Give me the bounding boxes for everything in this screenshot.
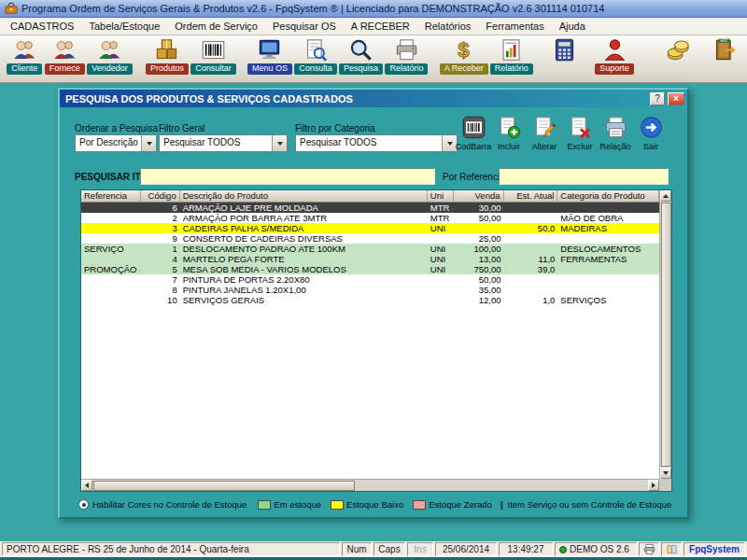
printer-icon (394, 37, 419, 63)
status-help[interactable] (661, 542, 682, 556)
cell-uni: MTR (428, 213, 454, 223)
status-printer[interactable] (639, 542, 659, 556)
toolbar-button-relatorio-os[interactable]: Relatório (384, 37, 429, 75)
chevron-down-icon[interactable] (442, 135, 457, 151)
cell-codigo: 5 (141, 264, 180, 274)
report-icon (499, 37, 524, 63)
cell-referencia: PROMOÇÃO (81, 264, 141, 274)
cell-est_atual (504, 203, 558, 213)
category-filter-select[interactable]: Pesquisar TODOS (295, 134, 458, 152)
scroll-down-button[interactable] (660, 468, 671, 479)
column-header-categoria-do-produto[interactable]: Categoria do Produto (557, 190, 659, 202)
menu-item-tabela-estoque[interactable]: Tabela/Estoque (81, 19, 167, 34)
table-row[interactable]: 6ARMAÇÃO LAJE PRE MOLDADAMTR30,00 (81, 203, 659, 213)
column-header-est-atual[interactable]: Est. Atual (504, 190, 558, 202)
table-row[interactable]: 3CADEIRAS PALHA S/MEDIDAUNI50,0MADEIRAS (81, 223, 659, 233)
cell-venda (454, 223, 504, 233)
products-search-dialog: PESQUISA DOS PRODUTOS & SERVIÇOS CADASTR… (58, 88, 689, 519)
menu-item-cadastros[interactable]: CADASTROS (3, 19, 81, 34)
cell-est_atual: 11,0 (504, 254, 558, 264)
table-row[interactable]: PROMOÇÃO5MESA SOB MEDIA - VARIOS MODELOS… (81, 264, 659, 274)
coins-icon (666, 37, 691, 63)
toolbar-button-vendedor[interactable]: Vendedor (86, 37, 134, 75)
dialog-close-button[interactable]: × (668, 92, 684, 105)
toolbar-button-consultar[interactable]: Consultar (190, 37, 237, 75)
cell-est_atual (504, 213, 558, 223)
cell-venda: 30,00 (454, 203, 504, 213)
menu-item-a-receber[interactable]: A RECEBER (344, 19, 417, 34)
toolbar-button-produtos[interactable]: Produtos (145, 37, 190, 75)
action-button-sair[interactable]: Sair (633, 115, 669, 151)
scroll-up-button[interactable] (660, 190, 671, 202)
table-row[interactable]: SERVIÇO1DESLOCAMENTO PADRAO ATE 100KMUNI… (81, 244, 659, 254)
arrow-down-icon (663, 471, 669, 475)
cell-referencia (81, 203, 141, 213)
arrow-up-icon (663, 194, 669, 198)
cell-uni: UNI (428, 244, 454, 254)
action-button-incluir[interactable]: Incluir (491, 115, 527, 151)
action-button-codbarra[interactable]: CodBarra (456, 115, 491, 151)
search-reference-input[interactable] (499, 168, 669, 185)
toolbar-button-consulta[interactable]: Consulta (293, 37, 338, 75)
status-brand: FpqSystem (684, 542, 745, 556)
toolbar-button-label: Consultar (190, 63, 236, 75)
menu-item-ordem-de-servico[interactable]: Ordem de Serviço (167, 19, 265, 34)
cell-categoria: MADEIRAS (557, 223, 659, 233)
toolbar-button-cliente[interactable]: Cliente (6, 37, 44, 75)
menu-item-relatorios[interactable]: Relatórios (417, 19, 479, 34)
chevron-down-icon[interactable] (272, 135, 287, 151)
toolbar-button-relatorio-fin[interactable]: Relatório (489, 37, 534, 75)
toolbar-button-label: Consulta (294, 63, 337, 75)
dialog-help-button[interactable]: ? (650, 92, 665, 105)
column-header-uni[interactable]: Uni (428, 190, 454, 202)
scroll-left-button[interactable] (81, 480, 92, 491)
column-header-referencia[interactable]: Referencia (81, 190, 141, 202)
toolbar-button-fornece[interactable]: Fornece (44, 37, 86, 75)
toolbar-button-label: Pesquisa (339, 63, 383, 75)
toolbar-button-a-receber[interactable]: $A Receber (439, 37, 489, 75)
table-row[interactable]: 2ARMAÇÃO POR BARRA ATE 3MTRMTR50,00MÃO D… (81, 213, 659, 223)
table-row[interactable]: 9CONSERTO DE CADEIRAS DIVERSAS25,00 (81, 233, 659, 244)
cell-descricao: CONSERTO DE CADEIRAS DIVERSAS (180, 233, 428, 244)
toolbar-button-suporte[interactable]: Suporte (594, 37, 635, 75)
column-header-descricao-do-produto[interactable]: Descrição do Produto (180, 190, 428, 202)
table-row[interactable]: 4MARTELO PEGA FORTEUNI13,0011,0FERRAMENT… (81, 254, 659, 264)
search-item-input[interactable] (140, 168, 435, 185)
menu-item-pesquisar-os[interactable]: Pesquisar OS (265, 19, 344, 34)
action-button-relacao[interactable]: Relação (598, 115, 633, 151)
toolbar-button-menu-os[interactable]: Menu OS (247, 37, 293, 75)
legend-separator: | (500, 499, 503, 510)
scroll-right-button[interactable] (648, 480, 659, 491)
app-client-area: PESQUISA DOS PRODUTOS & SERVIÇOS CADASTR… (0, 85, 747, 541)
menu-item-ajuda[interactable]: Ajuda (552, 19, 593, 34)
action-button-excluir[interactable]: Excluir (562, 115, 598, 151)
cell-categoria (557, 233, 659, 244)
print-list-icon (603, 115, 628, 140)
table-row[interactable]: 8PINTURA JANELAS 1.20X1,0035,00 (81, 285, 659, 295)
horizontal-scroll-thumb[interactable] (93, 481, 355, 491)
table-horizontal-scrollbar[interactable] (81, 479, 659, 491)
enable-colors-radio[interactable] (78, 499, 89, 510)
cell-categoria (557, 285, 659, 295)
menu-item-ferramentas[interactable]: Ferramentas (478, 19, 551, 34)
table-row[interactable]: 10SERVIÇOS GERAIS12,001,0SERVIÇOS (81, 295, 659, 305)
toolbar-button-pesquisa[interactable]: Pesquisa (338, 37, 384, 75)
table-row[interactable]: 7PINTURA DE PORTAS 2.20X8050,00 (81, 274, 659, 285)
toolbar-button-moedas[interactable] (659, 37, 697, 63)
action-button-alterar[interactable]: Alterar (527, 115, 562, 151)
general-filter-select[interactable]: Pesquisar TODOS (159, 134, 288, 152)
cell-categoria: MÃO DE OBRA (557, 213, 659, 223)
vertical-scroll-thumb[interactable] (661, 203, 671, 467)
column-header-codigo[interactable]: Código (141, 190, 180, 202)
chevron-down-icon[interactable] (141, 135, 156, 151)
column-header-venda[interactable]: Venda (454, 190, 504, 202)
toolbar-button-sair-app[interactable]: EXIT (706, 37, 743, 63)
action-button-label: Excluir (567, 142, 592, 151)
cell-codigo: 4 (141, 254, 180, 264)
table-vertical-scrollbar[interactable] (659, 190, 671, 479)
cell-venda: 50,00 (454, 213, 504, 223)
exit-icon: EXIT (712, 37, 738, 63)
order-search-select[interactable]: Por Descrição (75, 134, 157, 152)
toolbar-button-calculadora[interactable] (545, 37, 583, 63)
toolbar-button-label: Relatório (490, 63, 533, 75)
